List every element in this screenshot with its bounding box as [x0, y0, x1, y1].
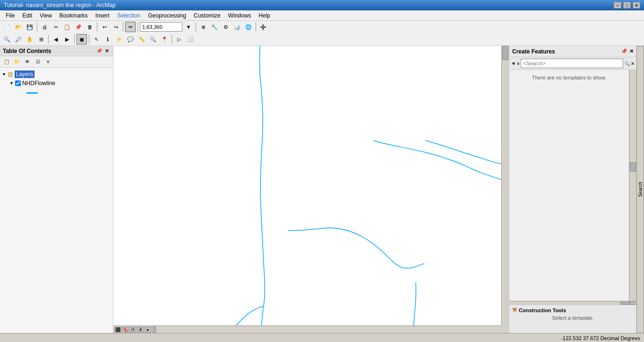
menu-insert[interactable]: Insert	[92, 11, 113, 20]
search-icon[interactable]: 🔍	[624, 61, 630, 66]
no-templates-text: There are no templates to show.	[532, 75, 606, 80]
back-extent[interactable]: ◀	[51, 34, 61, 44]
menu-edit[interactable]: Edit	[18, 11, 36, 20]
maximize-button[interactable]: □	[623, 2, 631, 9]
map-scroll-bookmarks[interactable]: 🔖	[122, 327, 129, 333]
filter-dropdown-icon[interactable]: ≡	[517, 61, 520, 66]
panel-header-icons: 📌 ✕	[621, 48, 634, 54]
minimize-button[interactable]: ─	[614, 2, 621, 9]
toolbar-row-2: 🔍 🔎 ✋ ⊞ ◀ ▶ ▣ ↖ ℹ ⚡ 💬 📏 🔍 📍 ▷ ⬜	[0, 33, 644, 45]
group-expand-arrow[interactable]: ▼	[2, 72, 6, 77]
zoom-in[interactable]: 🔍	[2, 34, 12, 44]
select-tool[interactable]: ⚙	[221, 22, 231, 32]
find[interactable]: 🔍	[148, 34, 158, 44]
forward-extent[interactable]: ▶	[62, 34, 72, 44]
map-canvas	[113, 46, 509, 333]
toc-list-by-source[interactable]: 📁	[12, 58, 22, 66]
panel-header: Create Features 📌 ✕	[509, 46, 636, 57]
layout-tool[interactable]: 📊	[232, 22, 242, 32]
map-area[interactable]: ⬛ 🔖 ↺ ⏸ ▸	[113, 46, 509, 333]
layer-expand-arrow[interactable]: ▼	[9, 81, 14, 86]
panel-scroll-thumb[interactable]	[630, 162, 636, 172]
layer-checkbox[interactable]	[15, 80, 21, 86]
identify-tool[interactable]: 🔧	[209, 22, 220, 32]
menu-geoprocessing[interactable]: Geoprocessing	[144, 11, 190, 20]
main-area: Table Of Contents 📌 ✕ 📋 📁 👁 ☑ ≡ ▼ ⊞ Laye…	[0, 46, 644, 333]
map-corner	[501, 325, 509, 333]
edit-tool[interactable]: ✏	[125, 22, 136, 32]
panel-title: Create Features	[512, 48, 555, 55]
menu-bookmarks[interactable]: Bookmarks	[56, 11, 92, 20]
pan[interactable]: ✋	[25, 34, 35, 44]
toc-pin-button[interactable]: 📌	[96, 48, 103, 54]
separator-4	[137, 22, 138, 32]
menu-customize[interactable]: Customize	[190, 11, 224, 20]
new-button[interactable]: 📄	[2, 22, 12, 32]
map-scrollbar-vertical[interactable]	[501, 46, 509, 325]
menu-view[interactable]: View	[36, 11, 56, 20]
goto-xy[interactable]: 📍	[159, 34, 170, 44]
open-button[interactable]: 📂	[13, 22, 24, 32]
redo-button[interactable]: ↪	[111, 22, 121, 32]
paste-button[interactable]: 📌	[73, 22, 84, 32]
menu-windows[interactable]: Windows	[224, 11, 255, 20]
menu-selection[interactable]: Selection	[113, 11, 144, 20]
separator-9	[89, 35, 89, 44]
scale-input[interactable]	[140, 22, 182, 32]
search-side-tab[interactable]: Search	[636, 46, 644, 333]
hyperlink[interactable]: ⚡	[114, 34, 124, 44]
panel-hscroll-right[interactable]: ▸	[630, 302, 635, 305]
search-input[interactable]	[521, 59, 623, 68]
menu-help[interactable]: Help	[255, 11, 274, 20]
select-template-text: Select a template.	[512, 315, 634, 321]
measure[interactable]: 📏	[137, 34, 147, 44]
panel-scrollbar[interactable]	[629, 70, 636, 301]
toc-title: Table Of Contents	[3, 48, 51, 54]
separator-7	[48, 35, 49, 44]
toc-list-by-drawing[interactable]: 📋	[2, 58, 11, 66]
toc-list-by-selection[interactable]: ☑	[33, 58, 43, 66]
map-scrollbar-horizontal[interactable]	[113, 325, 501, 333]
toc-toolbar: 📋 📁 👁 ☑ ≡	[0, 56, 113, 68]
close-button[interactable]: ✕	[633, 2, 640, 9]
toc-close-button[interactable]: ✕	[103, 48, 110, 54]
map-scroll-refresh[interactable]: ↺	[129, 327, 136, 333]
menu-file[interactable]: File	[2, 11, 18, 20]
save-button[interactable]: 💾	[25, 22, 35, 32]
add-data[interactable]: ➕	[258, 22, 268, 32]
globe-tool[interactable]: 🌐	[243, 22, 254, 32]
title-text: Tutorial- navaro_stream line region - Ar…	[4, 2, 116, 9]
undo-button[interactable]: ↩	[99, 22, 110, 32]
search-tab-label: Search	[638, 182, 643, 197]
arrow-tool[interactable]: ↖	[91, 34, 102, 44]
panel-hscroll-thumb[interactable]	[620, 302, 630, 305]
print-button[interactable]: 🖨	[39, 22, 50, 32]
map-scroll-left[interactable]: ⬛	[114, 327, 121, 333]
layer-symbol-container	[2, 88, 111, 95]
full-extent[interactable]: ⊞	[36, 34, 46, 44]
callout[interactable]: 💬	[125, 34, 136, 44]
coordinates-display: -122.532 37.672 Decimal Degrees	[561, 335, 640, 341]
scale-dropdown[interactable]: ▼	[183, 22, 194, 32]
info-tool[interactable]: ℹ	[103, 34, 113, 44]
panel-body: There are no templates to show.	[509, 70, 636, 301]
map-scroll-right[interactable]: ▸	[145, 327, 151, 333]
toc-list-by-visibility[interactable]: 👁	[23, 58, 32, 66]
clear-selection[interactable]: ⬜	[185, 34, 196, 44]
scroll-thumb-vertical[interactable]	[502, 46, 508, 60]
cut-button[interactable]: ✂	[51, 22, 61, 32]
toc-options[interactable]: ≡	[43, 58, 53, 66]
edit-vertices[interactable]: ▣	[77, 34, 87, 44]
map-scroll-pause[interactable]: ⏸	[137, 327, 144, 333]
clear-search-icon[interactable]: ✕	[631, 61, 635, 66]
copy-button[interactable]: 📋	[62, 22, 72, 32]
zoom-out[interactable]: 🔎	[13, 34, 24, 44]
separator-2	[97, 22, 97, 32]
group-name[interactable]: Layers	[15, 70, 34, 78]
panel-hscrollbar[interactable]: ▸	[509, 301, 636, 305]
panel-close-icon[interactable]: ✕	[629, 48, 634, 54]
delete-button[interactable]: 🗑	[85, 22, 95, 32]
panel-pin-icon[interactable]: 📌	[621, 48, 627, 54]
select-features[interactable]: ▷	[174, 34, 184, 44]
zoom-full[interactable]: ⊕	[198, 22, 208, 32]
